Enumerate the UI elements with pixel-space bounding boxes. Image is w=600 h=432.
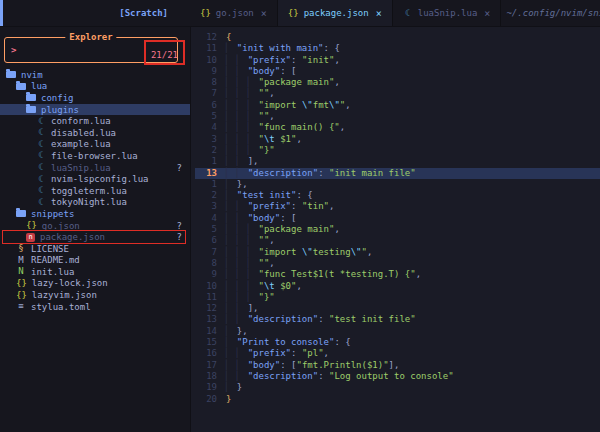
line-number: 10	[195, 55, 226, 66]
tree-item-LICENSE[interactable]: §LICENSE	[0, 243, 190, 255]
indent-guide: ▏ ▏	[226, 168, 248, 178]
editor-line[interactable]: 4▏ ▏ ▏ "func main() {",	[195, 122, 600, 133]
tree-item-conform.lua[interactable]: ☾conform.lua	[0, 115, 190, 127]
tree-item-package.json[interactable]: npackage.json?	[0, 231, 190, 243]
editor-line[interactable]: 2▏ ▏ ▏ "}"	[195, 145, 600, 156]
editor-line[interactable]: 8▏ ▏ ▏ "",	[195, 258, 600, 269]
file-tree: nvimluaconfigplugins☾conform.lua☾disable…	[0, 69, 190, 312]
editor-line[interactable]: 17▏ ▏ "body": ["fmt.Println($1)"],	[195, 360, 600, 371]
indent-guide: ▏ ▏ ▏	[226, 269, 259, 279]
editor-line[interactable]: 18▏ ▏ "description": "Log output to cons…	[195, 371, 600, 382]
tree-item-file-browser.lua[interactable]: ☾file-browser.lua	[0, 150, 190, 162]
editor-line[interactable]: 14▏ },	[195, 326, 600, 337]
tabline: [Scratch] {}go.json×{}package.json×☾luaS…	[0, 0, 600, 27]
editor-line[interactable]: 19▏ }	[195, 382, 600, 393]
line-number: 12	[195, 32, 226, 43]
editor-line[interactable]: 20}	[195, 394, 600, 405]
editor-line[interactable]: 12{	[195, 32, 600, 43]
indent-guide: ▏ ▏	[226, 213, 248, 223]
folder-closed-icon	[26, 94, 36, 101]
editor-cursor-line[interactable]: 13▏ ▏ "description": "init main file"	[195, 168, 600, 179]
tree-item-label: file-browser.lua	[51, 151, 138, 161]
lua-icon: ☾	[36, 128, 46, 137]
explorer-title: Explorer	[65, 32, 116, 42]
editor-line[interactable]: 1▏ },	[195, 179, 600, 190]
tree-item-disabled.lua[interactable]: ☾disabled.lua	[0, 127, 190, 139]
editor-line[interactable]: 4▏ ▏ "body": [	[195, 213, 600, 224]
tree-item-label: snippets	[31, 209, 74, 219]
editor-line[interactable]: 6▏ ▏ ▏ "",	[195, 235, 600, 246]
indent-guide: ▏ ▏	[226, 156, 248, 166]
tree-item-label: README.md	[31, 255, 80, 265]
tree-item-snippets[interactable]: snippets	[0, 208, 190, 220]
line-content: {	[226, 32, 231, 43]
tree-item-config[interactable]: config	[0, 92, 190, 104]
editor-line[interactable]: 10▏ ▏ "prefix": "init",	[195, 55, 600, 66]
editor-line[interactable]: 12▏ ▏ ],	[195, 303, 600, 314]
editor-line[interactable]: 3▏ ▏ "prefix": "tin",	[195, 201, 600, 212]
tree-item-lazy-lock.json[interactable]: {}lazy-lock.json	[0, 278, 190, 290]
tree-item-label: config	[41, 93, 74, 103]
tree-item-stylua.toml[interactable]: ≡stylua.toml	[0, 301, 190, 313]
line-number: 17	[195, 360, 226, 371]
editor-line[interactable]: 5▏ ▏ ▏ "",	[195, 111, 600, 122]
line-content: ▏ ▏ "body": ["fmt.Println($1)"],	[226, 360, 399, 371]
tab-go.json[interactable]: {}go.json×	[190, 0, 278, 26]
tab-luaSnip.lua[interactable]: ☾luaSnip.lua×	[393, 0, 502, 26]
editor-line[interactable]: 2▏ "test init": {	[195, 190, 600, 201]
line-content: ▏ ▏ ▏ "",	[226, 258, 275, 269]
tree-item-go.json[interactable]: {}go.json?	[0, 220, 190, 232]
toml-icon: ≡	[16, 302, 26, 311]
line-number: 7	[195, 88, 226, 99]
tree-item-lazyvim.json[interactable]: {}lazyvim.json	[0, 289, 190, 301]
editor-line[interactable]: 16▏ ▏ "prefix": "pl",	[195, 348, 600, 359]
line-number: 8	[195, 77, 226, 88]
editor-line[interactable]: 13▏ ▏ "description": "test init file"	[195, 314, 600, 325]
tree-item-example.lua[interactable]: ☾example.lua	[0, 139, 190, 151]
editor-window[interactable]: 12{11▏ "init with main": {10▏ ▏ "prefix"…	[191, 27, 600, 432]
editor-line[interactable]: 1▏ ▏ ],	[195, 156, 600, 167]
editor-line[interactable]: 3▏ ▏ ▏ "\t $1",	[195, 134, 600, 145]
tree-item-nvim-lspconfig.lua[interactable]: ☾nvim-lspconfig.lua	[0, 173, 190, 185]
close-icon[interactable]: ×	[261, 8, 267, 19]
tree-item-lua[interactable]: lua	[0, 81, 190, 93]
line-content: ▏ },	[226, 326, 248, 337]
editor-line[interactable]: 11▏ "init with main": {	[195, 43, 600, 54]
editor-line[interactable]: 7▏ ▏ ▏ "import \"testing\"",	[195, 247, 600, 258]
tree-item-luaSnip.lua[interactable]: ☾luaSnip.lua?	[0, 162, 190, 174]
editor-line[interactable]: 9▏ ▏ ▏ "func Test$1(t *testing.T) {",	[195, 269, 600, 280]
line-number: 15	[195, 337, 226, 348]
tree-item-tokyoNight.lua[interactable]: ☾tokyoNight.lua	[0, 197, 190, 209]
lua-icon: ☾	[403, 9, 413, 18]
indent-guide: ▏ ▏	[226, 55, 248, 65]
close-icon[interactable]: ×	[484, 8, 490, 19]
editor-line[interactable]: 15▏ "Print to console": {	[195, 337, 600, 348]
line-number: 11	[195, 292, 226, 303]
line-number: 5	[195, 224, 226, 235]
line-content: ▏ ▏ ▏ "func main() {",	[226, 122, 345, 133]
editor-line[interactable]: 9▏ ▏ "body": [	[195, 66, 600, 77]
tree-item-toggleterm.lua[interactable]: ☾toggleterm.lua	[0, 185, 190, 197]
tree-item-nvim[interactable]: nvim	[0, 69, 190, 81]
indent-guide: ▏	[226, 190, 237, 200]
editor-line[interactable]: 8▏ ▏ ▏ "package main",	[195, 77, 600, 88]
editor-line[interactable]: 5▏ ▏ ▏ "package main",	[195, 224, 600, 235]
close-icon[interactable]: ×	[376, 8, 382, 19]
git-untracked-badge: ?	[177, 232, 182, 242]
editor-line[interactable]: 10▏ ▏ ▏ "\t $0",	[195, 281, 600, 292]
line-content: ▏ ▏ ],	[226, 303, 259, 314]
explorer-sidebar: Explorer > 21/21 nvimluaconfigplugins☾co…	[0, 27, 191, 432]
tree-item-README.md[interactable]: MREADME.md	[0, 255, 190, 267]
tab-package.json[interactable]: {}package.json×	[278, 0, 393, 26]
editor-line[interactable]: 7▏ ▏ ▏ "",	[195, 88, 600, 99]
filter-prompt[interactable]: >	[11, 45, 16, 55]
tree-item-label: nvim	[21, 70, 43, 80]
tree-item-plugins[interactable]: plugins	[0, 104, 190, 116]
tree-item-init.lua[interactable]: Ninit.lua	[0, 266, 190, 278]
lua-icon: ☾	[36, 198, 46, 207]
editor-line[interactable]: 6▏ ▏ ▏ "import \"fmt\"",	[195, 100, 600, 111]
editor-line[interactable]: 11▏ ▏ ▏ "}"	[195, 292, 600, 303]
line-number: 2	[195, 190, 226, 201]
line-number: 9	[195, 66, 226, 77]
line-content: ▏ ▏ "prefix": "pl",	[226, 348, 329, 359]
